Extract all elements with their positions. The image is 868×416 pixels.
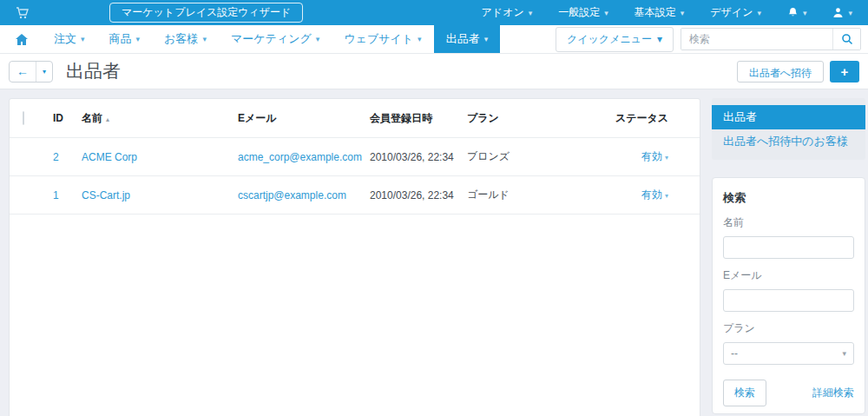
vendor-plan: ゴールド [467, 188, 608, 202]
email-field[interactable] [723, 289, 854, 312]
invite-vendor-button[interactable]: 出品者へ招待 [737, 61, 824, 83]
chevron-down-icon: ▾ [136, 35, 141, 43]
sidebar-item-invited-customers[interactable]: 出品者へ招待中のお客様 [712, 129, 865, 154]
topbar-menu-design[interactable]: デザイン ▾ [710, 5, 761, 20]
column-label: 名前 [82, 112, 102, 124]
column-header-name[interactable]: 名前▴ [82, 111, 238, 126]
column-header-email[interactable]: Eメール [238, 111, 370, 126]
chevron-down-icon: ▾ [848, 9, 852, 17]
name-field[interactable] [723, 236, 854, 259]
nav-label: 商品 [109, 31, 132, 47]
chevron-down-icon: ▾ [665, 192, 668, 200]
vendor-name-link[interactable]: CS-Cart.jp [82, 189, 130, 201]
topbar-menu-general-settings[interactable]: 一般設定 ▾ [558, 5, 608, 20]
vendor-plan: ブロンズ [467, 149, 608, 164]
quick-menu-label: クイックメニュー [567, 32, 652, 47]
cart-icon[interactable] [16, 7, 30, 19]
page-title: 出品者 [66, 59, 121, 83]
sidebar-item-vendors[interactable]: 出品者 [712, 105, 865, 129]
search-panel-title: 検索 [723, 190, 854, 206]
search-panel-footer: 検索 詳細検索 [723, 380, 854, 406]
nav-label: ウェブサイト [344, 31, 413, 47]
add-vendor-button[interactable]: + [830, 61, 859, 83]
chevron-down-icon: ▾ [665, 154, 668, 162]
bell-icon [787, 7, 799, 18]
chevron-down-icon: ▾ [418, 35, 422, 43]
back-arrow-icon: ← [16, 64, 29, 78]
plan-field-label: プラン [723, 321, 854, 336]
chevron-down-icon: ▾ [316, 35, 320, 43]
search-submit-button[interactable] [832, 29, 860, 50]
vendors-table-panel: ID 名前▴ Eメール 会員登録日時 プラン ステータス 2 ACME Corp… [9, 98, 700, 416]
content-area: ID 名前▴ Eメール 会員登録日時 プラン ステータス 2 ACME Corp… [0, 89, 868, 416]
nav-item-website[interactable]: ウェブサイト ▾ [332, 25, 433, 53]
home-icon[interactable] [16, 25, 42, 53]
vendor-registered: 2010/03/26, 22:34 [370, 151, 467, 163]
chevron-down-icon: ▾ [757, 9, 761, 17]
search-input[interactable] [681, 29, 832, 50]
topbar-menu-addons[interactable]: アドオン ▾ [482, 5, 533, 20]
nav-item-products[interactable]: 商品 ▾ [97, 25, 153, 53]
vendor-email-link[interactable]: cscartjp@example.com [238, 189, 346, 201]
select-all-checkbox[interactable] [23, 111, 24, 125]
admin-topbar: マーケットプレイス設定ウィザード アドオン ▾ 一般設定 ▾ 基本設定 ▾ デザ… [0, 0, 868, 25]
table-header-row: ID 名前▴ Eメール 会員登録日時 プラン ステータス [10, 99, 700, 138]
back-split-button: ← ▾ [9, 61, 53, 83]
chevron-down-icon: ▾ [81, 35, 85, 43]
status-label: 有効 [641, 188, 662, 201]
nav-label: 出品者 [446, 31, 480, 47]
nav-label: お客様 [164, 31, 198, 47]
column-header-plan[interactable]: プラン [467, 111, 608, 126]
navbar-right: クイックメニュー ▾ [556, 25, 868, 53]
sidebar: 出品者 出品者へ招待中のお客様 検索 名前 Eメール プラン -- ▾ 検索 詳… [712, 98, 865, 414]
nav-item-orders[interactable]: 注文 ▾ [42, 25, 97, 53]
topbar-menus: アドオン ▾ 一般設定 ▾ 基本設定 ▾ デザイン ▾ ▾ ▾ [482, 5, 852, 20]
global-search [681, 28, 861, 50]
vendor-name-link[interactable]: ACME Corp [82, 151, 137, 163]
advanced-search-link[interactable]: 詳細検索 [812, 386, 854, 400]
topbar-menu-basic-settings[interactable]: 基本設定 ▾ [635, 5, 685, 20]
vendor-email-link[interactable]: acme_corp@example.com [238, 151, 362, 163]
menu-label: 基本設定 [635, 5, 676, 20]
chevron-down-icon: ▾ [43, 68, 46, 76]
search-icon [841, 33, 853, 45]
vendor-id-link[interactable]: 2 [53, 151, 59, 163]
table-row: 2 ACME Corp acme_corp@example.com 2010/0… [10, 138, 700, 176]
chevron-down-icon: ▾ [842, 349, 846, 358]
column-header-status[interactable]: ステータス [608, 111, 668, 126]
nav-label: 注文 [54, 31, 76, 47]
main-navbar: 注文 ▾ 商品 ▾ お客様 ▾ マーケティング ▾ ウェブサイト ▾ 出品者 ▾… [0, 25, 868, 54]
vendor-status-dropdown[interactable]: 有効▾ [641, 188, 668, 201]
plus-icon: + [841, 64, 849, 79]
back-dropdown-button[interactable]: ▾ [36, 62, 52, 82]
vendor-status-dropdown[interactable]: 有効▾ [641, 150, 668, 162]
marketplace-wizard-button[interactable]: マーケットプレイス設定ウィザード [109, 3, 303, 23]
quick-menu-button[interactable]: クイックメニュー ▾ [556, 27, 674, 52]
plan-select[interactable]: -- ▾ [723, 342, 854, 365]
status-label: 有効 [641, 150, 662, 162]
chevron-down-icon: ▾ [681, 9, 685, 17]
nav-item-marketing[interactable]: マーケティング ▾ [219, 25, 332, 53]
chevron-down-icon: ▾ [202, 35, 207, 43]
column-header-registered[interactable]: 会員登録日時 [370, 111, 467, 126]
account-menu[interactable]: ▾ [832, 7, 852, 18]
plan-select-value: -- [731, 347, 738, 360]
nav-item-vendors[interactable]: 出品者 ▾ [434, 25, 501, 53]
email-field-label: Eメール [723, 268, 854, 283]
notifications-menu[interactable]: ▾ [787, 7, 807, 18]
chevron-down-icon: ▾ [484, 35, 489, 43]
page-header-actions: 出品者へ招待 + [737, 61, 859, 83]
column-header-id[interactable]: ID [53, 112, 82, 124]
search-submit-button[interactable]: 検索 [723, 380, 766, 406]
menu-label: アドオン [482, 5, 524, 20]
name-field-label: 名前 [723, 215, 854, 230]
chevron-down-icon: ▾ [657, 33, 662, 45]
nav-item-customers[interactable]: お客様 ▾ [152, 25, 219, 53]
chevron-down-icon: ▾ [803, 9, 807, 17]
nav-label: マーケティング [231, 31, 312, 47]
vendor-id-link[interactable]: 1 [53, 189, 59, 201]
chevron-down-icon: ▾ [604, 9, 608, 17]
back-button[interactable]: ← [10, 62, 36, 82]
menu-label: デザイン [710, 5, 753, 20]
chevron-down-icon: ▾ [529, 9, 533, 17]
